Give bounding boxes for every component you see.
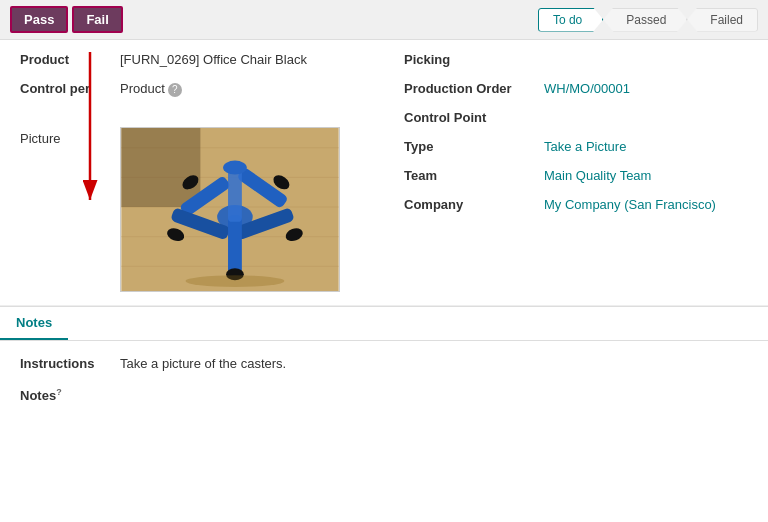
control-per-value: Product [120, 81, 165, 96]
chair-photo-svg [120, 127, 340, 292]
team-field-row: Team Main Quality Team [404, 168, 748, 183]
notes-sup: ? [56, 387, 62, 397]
control-per-label: Control per [20, 81, 120, 96]
main-form: Product [FURN_0269] Office Chair Black C… [0, 40, 768, 305]
team-value[interactable]: Main Quality Team [544, 168, 651, 183]
tab-content-notes: Instructions Take a picture of the caste… [0, 341, 768, 418]
tabs-header: Notes [0, 307, 768, 341]
control-point-field-row: Control Point [404, 110, 748, 125]
action-buttons: Pass Fail [10, 6, 123, 33]
form-section: Product [FURN_0269] Office Chair Black C… [20, 52, 748, 295]
production-order-field-row: Production Order WH/MO/00001 [404, 81, 748, 96]
product-label: Product [20, 52, 120, 67]
status-todo-button[interactable]: To do [538, 8, 603, 32]
product-value: [FURN_0269] Office Chair Black [120, 52, 307, 67]
top-bar: Pass Fail To do Passed Failed [0, 0, 768, 40]
tabs-section: Notes Instructions Take a picture of the… [0, 306, 768, 418]
picture-label: Picture [20, 127, 120, 146]
company-field-row: Company My Company (San Francisco) [404, 197, 748, 212]
notes-label-text: Notes [20, 388, 56, 403]
type-label: Type [404, 139, 544, 154]
status-passed-button[interactable]: Passed [603, 8, 687, 32]
company-label: Company [404, 197, 544, 212]
team-label: Team [404, 168, 544, 183]
svg-point-21 [223, 161, 247, 175]
right-column: Picking Production Order WH/MO/00001 Con… [404, 52, 748, 295]
pass-button[interactable]: Pass [10, 6, 68, 33]
instructions-text: Take a picture of the casters. [120, 356, 286, 371]
svg-rect-14 [228, 215, 242, 274]
picking-label: Picking [404, 52, 544, 67]
instructions-row: Instructions Take a picture of the caste… [20, 356, 748, 371]
type-field-row: Type Take a Picture [404, 139, 748, 154]
svg-point-22 [186, 275, 285, 287]
svg-rect-20 [228, 168, 242, 222]
chair-image [120, 127, 340, 295]
fail-button[interactable]: Fail [72, 6, 122, 33]
picking-field-row: Picking [404, 52, 748, 67]
control-per-tooltip-icon[interactable]: ? [168, 83, 182, 97]
type-value[interactable]: Take a Picture [544, 139, 626, 154]
product-field-row: Product [FURN_0269] Office Chair Black [20, 52, 364, 67]
tab-notes[interactable]: Notes [0, 307, 68, 340]
left-column: Product [FURN_0269] Office Chair Black C… [20, 52, 364, 295]
company-value[interactable]: My Company (San Francisco) [544, 197, 716, 212]
control-per-field-row: Control per Product ? [20, 81, 364, 97]
svg-rect-8 [121, 128, 200, 207]
status-navigation: To do Passed Failed [538, 8, 758, 32]
control-point-label: Control Point [404, 110, 544, 125]
status-failed-button[interactable]: Failed [687, 8, 758, 32]
notes-row: Notes? [20, 387, 748, 403]
instructions-label: Instructions [20, 356, 120, 371]
notes-label: Notes? [20, 387, 120, 403]
picture-section: Picture [20, 127, 364, 295]
production-order-value[interactable]: WH/MO/00001 [544, 81, 630, 96]
production-order-label: Production Order [404, 81, 544, 96]
